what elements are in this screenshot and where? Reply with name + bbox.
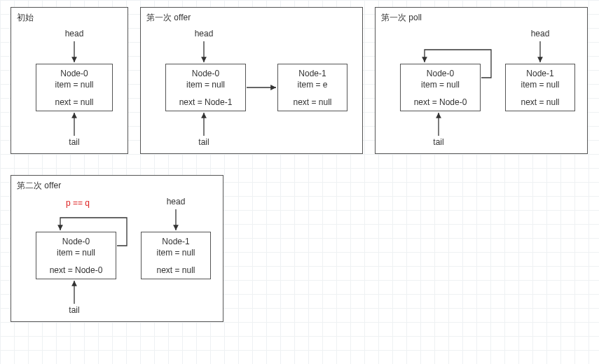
node-1-item: item = null <box>509 80 572 91</box>
node-1-next: next = null <box>509 97 572 108</box>
node-0: Node-0 item = null next = Node-1 <box>165 64 246 111</box>
node-1-title: Node-1 <box>281 69 344 80</box>
node-1: Node-1 item = null next = null <box>505 64 575 111</box>
node-1: Node-1 item = null next = null <box>141 232 211 279</box>
label-tail: tail <box>190 137 218 147</box>
node-1: Node-1 item = e next = null <box>277 64 347 111</box>
label-head: head <box>190 29 218 38</box>
node-0-next: next = Node-0 <box>39 265 113 276</box>
panel-initial: 初始 head Node-0 item = null next = null t… <box>11 7 128 154</box>
node-0-title: Node-0 <box>39 69 109 80</box>
label-head: head <box>60 29 88 38</box>
node-1-title: Node-1 <box>144 237 207 248</box>
panel-offer-1: 第一次 offer head Node-0 item = null next =… <box>140 7 363 154</box>
node-0-title: Node-0 <box>404 69 477 80</box>
node-0: Node-0 item = null next = Node-0 <box>400 64 481 111</box>
label-tail: tail <box>60 137 88 147</box>
panel-poll-1-title: 第一次 poll <box>381 12 422 24</box>
panel-poll-1: 第一次 poll head Node-0 item = null next = … <box>375 7 588 154</box>
panel-offer-2: 第二次 offer p == q head Node-0 item = null… <box>11 175 223 322</box>
node-0-item: item = null <box>169 80 242 91</box>
node-0: Node-0 item = null next = Node-0 <box>36 232 116 279</box>
node-0-item: item = null <box>39 80 109 91</box>
node-0-item: item = null <box>404 80 477 91</box>
node-0-next: next = Node-0 <box>404 97 477 108</box>
node-0-item: item = null <box>39 248 113 259</box>
node-1-item: item = e <box>281 80 344 91</box>
node-1-next: next = null <box>144 265 207 276</box>
label-tail: tail <box>425 137 453 147</box>
node-0-next: next = null <box>39 97 109 108</box>
node-0: Node-0 item = null next = null <box>36 64 113 111</box>
node-0-next: next = Node-1 <box>169 97 242 108</box>
label-head: head <box>526 29 554 38</box>
label-pq: p == q <box>57 198 99 208</box>
node-1-next: next = null <box>281 97 344 108</box>
node-0-title: Node-0 <box>169 69 242 80</box>
node-1-title: Node-1 <box>509 69 572 80</box>
label-tail: tail <box>60 305 88 315</box>
node-1-item: item = null <box>144 248 207 259</box>
node-0-title: Node-0 <box>39 237 113 248</box>
panel-offer-2-title: 第二次 offer <box>17 180 61 192</box>
panel-offer-1-title: 第一次 offer <box>146 12 191 24</box>
label-head: head <box>162 197 190 206</box>
panel-initial-title: 初始 <box>17 12 34 24</box>
